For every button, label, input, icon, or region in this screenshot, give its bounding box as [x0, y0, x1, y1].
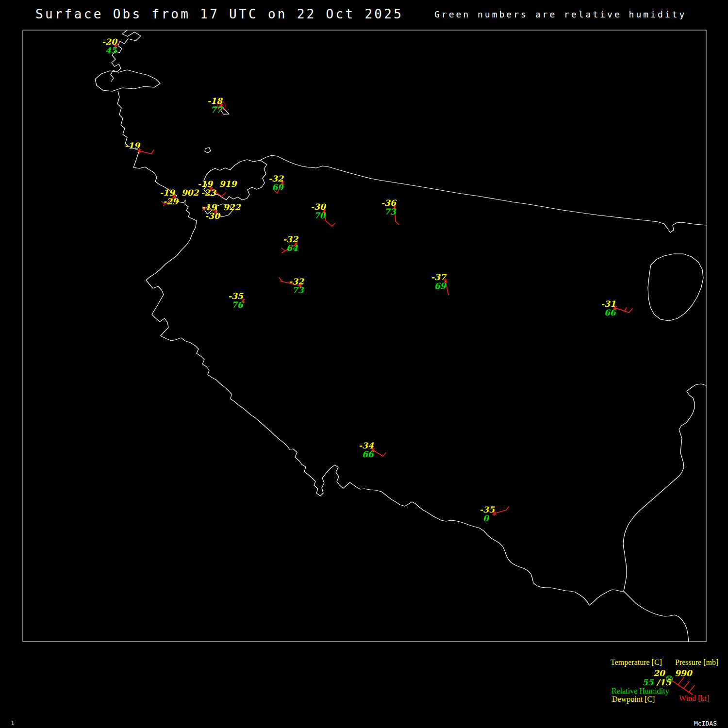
- station-temperature: -35: [228, 292, 243, 300]
- station-temperature: -18: [207, 97, 222, 105]
- station-temperature: -35: [480, 506, 495, 514]
- station-pressure: 919: [219, 180, 237, 188]
- station-relative-humidity: 0: [483, 514, 489, 523]
- legend-wind-label: Wind [kt]: [679, 695, 709, 702]
- brand-label: McIDAS: [694, 720, 717, 727]
- station-relative-humidity: 69: [434, 282, 446, 290]
- map-border: [23, 30, 706, 642]
- station-temperature: -31: [601, 300, 616, 308]
- legend-temperature-value: 20: [653, 669, 665, 678]
- coastline: [95, 30, 706, 642]
- station-temperature: -32: [283, 235, 298, 244]
- station-temperature: -30: [311, 203, 326, 211]
- station-temperature: -19: [201, 203, 216, 212]
- station-temperature: -19: [198, 180, 213, 188]
- station-plot-8: -3070: [311, 203, 326, 220]
- station-dewpoint: -23: [201, 189, 216, 197]
- station-relative-humidity: 64: [286, 244, 298, 252]
- station-plot-10: -3264: [283, 235, 298, 252]
- station-temperature: -34: [359, 442, 374, 450]
- station-plot-6: -19922-30: [201, 203, 240, 220]
- station-relative-humidity: 76: [232, 301, 243, 309]
- station-relative-humidity: 70: [314, 212, 326, 220]
- station-temperature: -32: [289, 278, 304, 286]
- page-title: Surface Obs from 17 UTC on 22 Oct 2025: [35, 7, 403, 21]
- station-relative-humidity: 77: [211, 106, 222, 114]
- legend-rh-value: 55: [642, 678, 654, 687]
- station-temperature: -32: [268, 175, 283, 183]
- station-plot-7: -3269: [268, 175, 283, 192]
- station-relative-humidity: 66: [362, 450, 374, 459]
- station-plot-14: -3166: [601, 300, 616, 317]
- legend-pressure-value: 990: [675, 669, 692, 678]
- legend-pressure-label: Pressure [mb]: [675, 659, 718, 666]
- station-plot-15: -3466: [359, 442, 374, 459]
- station-plot-11: -3273: [289, 278, 304, 295]
- map-canvas: [0, 0, 728, 728]
- legend-rh-dewpoint-sample: 55 /15: [642, 678, 671, 687]
- station-temperature: -19: [160, 189, 175, 197]
- station-dewpoint: -29: [163, 198, 178, 206]
- station-plot-16: -350: [480, 506, 495, 523]
- station-dewpoint: -30: [205, 212, 220, 220]
- station-temperature: -20: [102, 38, 117, 46]
- station-plot-2: -1877: [207, 97, 222, 114]
- station-pressure: 902: [182, 189, 199, 197]
- legend-dewpoint-value: /15: [657, 678, 671, 687]
- station-pressure: 922: [223, 203, 241, 212]
- station-plot-12: -3769: [431, 273, 446, 290]
- station-plot-4: -19919-23: [198, 180, 236, 197]
- legend-rh-label: Relative Humidity: [612, 687, 669, 695]
- station-temperature: -36: [381, 199, 396, 207]
- station-plot-1: -2045: [102, 38, 117, 55]
- legend-temperature-label: Temperature [C]: [611, 659, 662, 666]
- page-subtitle: Green numbers are relative humidity: [434, 9, 686, 19]
- station-temperature: -19: [125, 142, 140, 150]
- station-temperature: -37: [431, 273, 446, 281]
- legend-dewpoint-label: Dewpoint [C]: [612, 695, 655, 703]
- station-relative-humidity: 45: [105, 47, 117, 55]
- station-relative-humidity: 66: [604, 309, 616, 317]
- station-plot-5: -19902-29: [160, 189, 199, 206]
- station-plot-13: -3576: [228, 292, 243, 309]
- station-relative-humidity: 73: [292, 286, 304, 295]
- mcidas-display: Surface Obs from 17 UTC on 22 Oct 2025 G…: [0, 0, 728, 728]
- station-plot-3: -19: [125, 142, 140, 150]
- station-relative-humidity: 73: [384, 208, 396, 216]
- station-plot-9: -3673: [381, 199, 396, 216]
- frame-number: 1: [11, 719, 15, 727]
- station-relative-humidity: 69: [272, 183, 283, 192]
